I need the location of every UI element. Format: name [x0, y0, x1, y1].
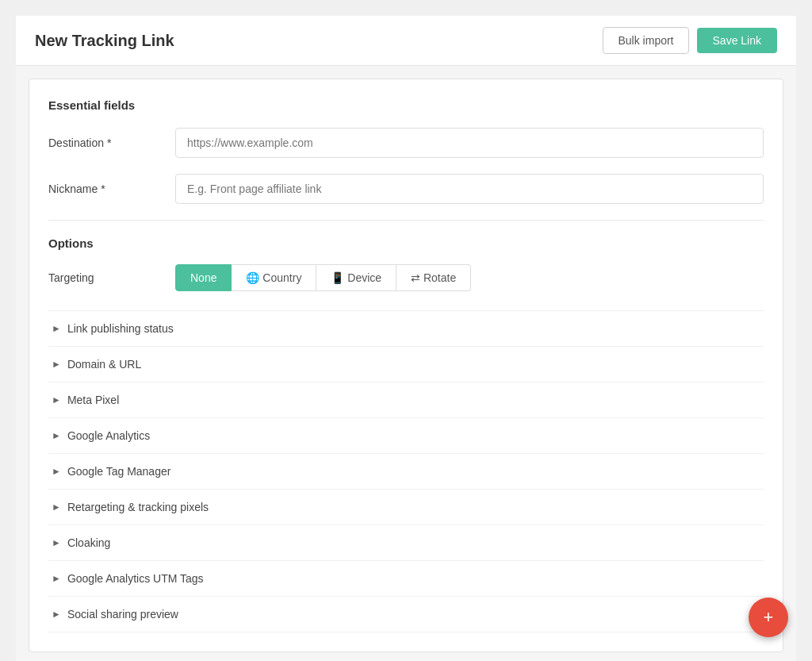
- accordion-social-sharing-preview-label: Social sharing preview: [67, 608, 178, 621]
- accordion-arrow-icon: ►: [52, 430, 61, 441]
- targeting-row: Targeting None 🌐 Country 📱 Device ⇄ Rota…: [48, 264, 764, 291]
- accordion-google-analytics-utm-tags[interactable]: ► Google Analytics UTM Tags: [48, 561, 764, 597]
- accordion-arrow-icon: ►: [52, 537, 61, 548]
- accordion-cloaking-label: Cloaking: [67, 536, 110, 549]
- destination-row: Destination *: [48, 128, 764, 158]
- accordion-arrow-icon: ►: [52, 466, 61, 477]
- accordion-google-analytics-utm-tags-label: Google Analytics UTM Tags: [67, 572, 204, 585]
- fab-button[interactable]: +: [749, 598, 788, 637]
- accordion-arrow-icon: ►: [52, 323, 61, 334]
- targeting-rotate-button[interactable]: ⇄ Rotate: [396, 264, 471, 291]
- options-title: Options: [48, 236, 764, 250]
- accordion-social-sharing-preview[interactable]: ► Social sharing preview: [48, 597, 764, 632]
- page-header: New Tracking Link Bulk import Save Link: [16, 16, 796, 66]
- accordion-arrow-icon: ►: [52, 609, 61, 620]
- destination-input[interactable]: [175, 128, 764, 158]
- nickname-label: Nickname *: [48, 183, 175, 195]
- accordion-link-publishing-status[interactable]: ► Link publishing status: [48, 310, 764, 347]
- accordion-google-tag-manager-label: Google Tag Manager: [67, 465, 171, 478]
- targeting-label: Targeting: [48, 271, 175, 284]
- accordion-google-tag-manager[interactable]: ► Google Tag Manager: [48, 454, 764, 490]
- targeting-device-button[interactable]: 📱 Device: [316, 264, 396, 291]
- accordion-meta-pixel[interactable]: ► Meta Pixel: [48, 382, 764, 418]
- accordion-retargeting-tracking-pixels-label: Retargeting & tracking pixels: [67, 501, 209, 513]
- page-title: New Tracking Link: [35, 32, 174, 50]
- accordion-google-analytics[interactable]: ► Google Analytics: [48, 418, 764, 454]
- accordion-domain-url-label: Domain & URL: [67, 358, 141, 371]
- accordion-arrow-icon: ►: [52, 394, 61, 405]
- accordion-retargeting-tracking-pixels[interactable]: ► Retargeting & tracking pixels: [48, 490, 764, 525]
- targeting-none-button[interactable]: None: [175, 264, 232, 291]
- accordion-cloaking[interactable]: ► Cloaking: [48, 525, 764, 561]
- accordion-arrow-icon: ►: [52, 502, 61, 513]
- accordion-google-analytics-label: Google Analytics: [67, 429, 150, 442]
- main-content: Essential fields Destination * Nickname …: [29, 79, 783, 652]
- accordion-domain-url[interactable]: ► Domain & URL: [48, 347, 764, 382]
- targeting-buttons: None 🌐 Country 📱 Device ⇄ Rotate: [175, 264, 471, 291]
- targeting-country-button[interactable]: 🌐 Country: [232, 264, 316, 291]
- accordion-arrow-icon: ►: [52, 573, 61, 584]
- accordion-link-publishing-status-label: Link publishing status: [67, 322, 174, 335]
- nickname-row: Nickname *: [48, 174, 764, 204]
- accordion-arrow-icon: ►: [52, 359, 61, 370]
- save-link-button[interactable]: Save Link: [697, 28, 777, 53]
- header-actions: Bulk import Save Link: [603, 27, 777, 54]
- nickname-input[interactable]: [175, 174, 764, 204]
- section-divider: [48, 220, 764, 221]
- accordion-list: ► Link publishing status ► Domain & URL …: [48, 310, 764, 632]
- destination-label: Destination *: [48, 136, 175, 149]
- bulk-import-button[interactable]: Bulk import: [603, 27, 688, 54]
- accordion-meta-pixel-label: Meta Pixel: [67, 394, 119, 406]
- essential-fields-title: Essential fields: [48, 98, 764, 112]
